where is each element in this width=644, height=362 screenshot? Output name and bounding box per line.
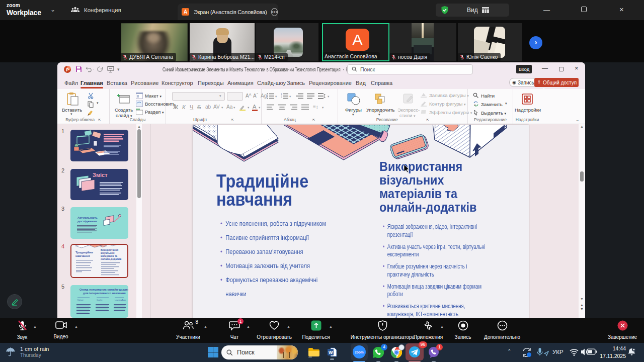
svg-text:онлайн-додатків: онлайн-додатків: [101, 257, 121, 260]
svg-text:W: W: [329, 350, 333, 355]
svg-text:для інтерактивного навчання: для інтерактивного навчання: [83, 292, 126, 295]
svg-text:Kahoot: Kahoot: [77, 299, 83, 301]
svg-text:Традиційне: Традиційне: [75, 250, 94, 254]
svg-text:Актуальність: Актуальність: [77, 216, 98, 219]
svg-text:P: P: [66, 67, 69, 72]
svg-text:Quizlet: Quizlet: [97, 299, 102, 301]
svg-text:LearningApps: LearningApps: [115, 299, 126, 301]
svg-text:Огляд популярних онлайн-додатк: Огляд популярних онлайн-додатків: [79, 288, 128, 291]
svg-text:дослідження: дослідження: [77, 220, 97, 223]
svg-text:навчання: навчання: [75, 254, 90, 257]
svg-text:Зміст: Зміст: [93, 172, 108, 178]
svg-text:2: 2: [281, 96, 282, 98]
